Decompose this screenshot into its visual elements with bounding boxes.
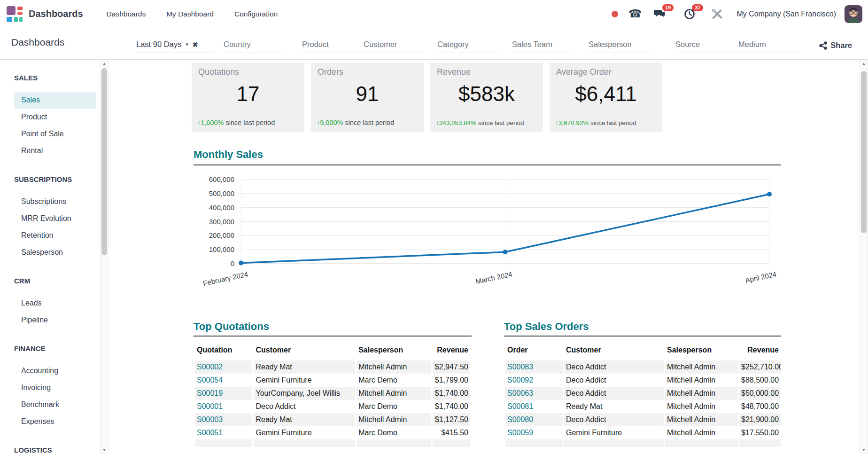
debug-tools-button[interactable] (712, 5, 722, 23)
record-link[interactable]: S00051 (195, 426, 252, 439)
table-cell: Mitchell Admin (356, 360, 431, 374)
table-cell: $21,900.00 (739, 413, 781, 426)
filter-input-product[interactable] (302, 39, 363, 53)
filter-country (224, 39, 285, 53)
share-button[interactable]: Share (819, 41, 852, 50)
table-row: S00001Deco AddictMarc Demo$1,740.00 (195, 400, 470, 413)
sidebar-item-benchmark[interactable]: Benchmark (14, 396, 96, 413)
filter-sales-team (512, 39, 573, 53)
sidebar-item-retention[interactable]: Retention (14, 227, 96, 244)
y-tick-label: 400,000 (209, 204, 234, 211)
sidebar-section-sales: SALESSalesProductPoint of SaleRental (14, 74, 100, 159)
filter-input-country[interactable] (224, 39, 285, 53)
filter-input-source[interactable] (675, 39, 736, 53)
breadcrumb-page-title[interactable]: Dashboards (11, 37, 64, 48)
table-cell: YourCompany, Joel Willis (254, 387, 355, 400)
table-cell: $48,700.00 (739, 400, 781, 413)
record-link[interactable]: S00059 (505, 426, 563, 439)
navbar-systray: ☎ 19 37 My Company (San Fr (612, 5, 868, 23)
kpi-value: $6,411 (550, 82, 662, 106)
table-cell: Mitchell Admin (665, 374, 738, 387)
kpi-card-quotations[interactable]: Quotations17↑1,600% since last period (192, 63, 304, 132)
sidebar-item-rental[interactable]: Rental (14, 142, 96, 159)
data-point (767, 192, 772, 196)
sidebar-item-mrr-evolution[interactable]: MRR Evolution (14, 210, 96, 227)
main-scrollbar-thumb[interactable] (861, 71, 867, 233)
sidebar-item-salesperson[interactable]: Salesperson (14, 244, 96, 261)
navbar-menu: DashboardsMy DashboardConfiguration (107, 10, 278, 18)
monthly-sales-line-chart[interactable]: 0100,000200,000300,000400,000500,000600,… (189, 167, 786, 295)
kpi-card-orders[interactable]: Orders91↑9,000% since last period (311, 63, 424, 132)
record-link[interactable]: S00092 (505, 374, 563, 387)
y-tick-label: 100,000 (209, 245, 234, 253)
filter-input-sales-team[interactable] (512, 39, 573, 53)
filter-input-salesperson[interactable] (589, 39, 650, 53)
sidebar-item-product[interactable]: Product (14, 109, 96, 125)
activities-button[interactable]: 37 (684, 5, 696, 23)
sidebar-section-title: LOGISTICS (14, 446, 100, 454)
table-cell: $50,000.00 (739, 387, 781, 400)
filter-input-category[interactable] (437, 39, 498, 53)
filter-input-medium[interactable] (738, 39, 799, 53)
record-link[interactable]: S00019 (195, 387, 252, 400)
record-link[interactable]: S00054 (195, 374, 252, 387)
kpi-card-average-order[interactable]: Average Order$6,411↑3,670.92% since last… (550, 63, 662, 132)
table-cell: Gemini Furniture (564, 426, 664, 439)
sidebar-item-accounting[interactable]: Accounting (14, 362, 96, 379)
scroll-down-icon[interactable]: ▼ (860, 446, 868, 454)
voip-button[interactable]: ☎ (628, 5, 642, 23)
kpi-delta-percent: 343,053.84% (439, 119, 477, 126)
scroll-up-icon[interactable]: ▲ (860, 60, 868, 68)
sidebar-scrollbar-thumb[interactable] (101, 68, 107, 255)
trend-up-icon: ↑ (555, 119, 558, 126)
chevron-down-icon[interactable]: ▾ (186, 41, 188, 47)
column-header-quotation: Quotation (195, 339, 252, 360)
record-link[interactable]: S00003 (195, 413, 252, 426)
date-filter-facet[interactable]: Last 90 Days ▾ ✖ (135, 40, 214, 53)
messages-button[interactable]: 19 (654, 5, 666, 23)
table-cell: Deco Addict (564, 360, 664, 374)
sidebar-item-subscriptions[interactable]: Subscriptions (14, 193, 96, 210)
record-link[interactable]: S00001 (195, 400, 252, 413)
menu-item-dashboards[interactable]: Dashboards (107, 10, 146, 18)
table-cell: Deco Addict (564, 374, 664, 387)
filter-customer (364, 39, 425, 53)
table-cell: Mitchell Admin (356, 387, 431, 400)
sidebar-item-leads[interactable]: Leads (14, 295, 96, 312)
menu-item-my-dashboard[interactable]: My Dashboard (166, 10, 214, 18)
record-link[interactable]: S00063 (505, 387, 563, 400)
user-avatar[interactable] (845, 5, 862, 23)
kpi-title: Orders (318, 67, 343, 77)
company-switcher[interactable]: My Company (San Francisco) (736, 10, 836, 18)
table-cell: Ready Mat (254, 360, 355, 374)
record-link[interactable]: S00002 (195, 360, 252, 374)
remove-filter-icon[interactable]: ✖ (193, 41, 198, 48)
sidebar-item-invoicing[interactable]: Invoicing (14, 379, 96, 396)
top-sales-orders-table: OrderCustomerSalespersonRevenueS00083Dec… (504, 339, 781, 447)
main-scrollbar[interactable]: ▲ ▼ (860, 60, 868, 454)
record-link[interactable]: S00081 (505, 400, 563, 413)
scroll-up-icon[interactable]: ▲ (101, 60, 108, 68)
scroll-down-icon[interactable]: ▼ (101, 446, 108, 454)
sidebar-item-sales[interactable]: Sales (14, 92, 96, 109)
dashboard-sidebar: SALESSalesProductPoint of SaleRentalSUBS… (0, 60, 100, 454)
recording-indicator[interactable] (612, 5, 618, 23)
sidebar-scrollbar[interactable]: ▲ ▼ (100, 60, 108, 454)
kpi-title: Revenue (437, 67, 471, 77)
app-grid-logo-icon (7, 6, 23, 22)
kpi-delta: ↑3,670.92% since last period (555, 119, 636, 126)
sidebar-item-pipeline[interactable]: Pipeline (14, 312, 96, 329)
trend-up-icon: ↑ (436, 119, 439, 126)
kpi-card-revenue[interactable]: Revenue$583k↑343,053.84% since last peri… (430, 63, 543, 132)
sidebar-item-point-of-sale[interactable]: Point of Sale (14, 125, 96, 142)
sidebar-section-title: FINANCE (14, 344, 100, 354)
menu-item-configuration[interactable]: Configuration (234, 10, 278, 18)
kpi-value: 17 (192, 82, 304, 106)
record-link[interactable]: S00083 (505, 360, 563, 374)
kpi-delta-suffix: since last period (589, 119, 636, 126)
share-label: Share (830, 41, 852, 50)
sidebar-item-expenses[interactable]: Expenses (14, 413, 96, 430)
record-link[interactable]: S00080 (505, 413, 563, 426)
filter-input-customer[interactable] (364, 39, 425, 53)
app-brand[interactable]: Dashboards (0, 6, 83, 22)
